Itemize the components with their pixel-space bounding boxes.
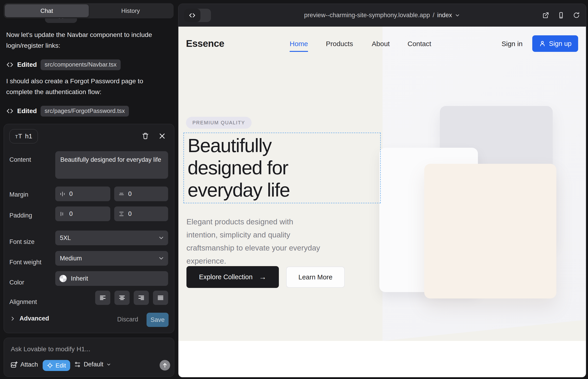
- font-size-select[interactable]: 5XL: [55, 231, 168, 245]
- color-swatch: [59, 275, 67, 282]
- file-chip[interactable]: src/components/Navbar.tsx: [41, 59, 121, 70]
- sign-up-button[interactable]: Sign up: [532, 35, 578, 52]
- padding-y-input[interactable]: 0: [114, 206, 168, 221]
- decor-card-cream: [424, 164, 556, 299]
- margin-x-icon: [59, 191, 66, 197]
- margin-y-icon: [118, 191, 124, 197]
- url-domain: preview--charming-site-symphony.lovable.…: [304, 12, 430, 19]
- send-arrow-icon: [162, 362, 168, 368]
- file-chip[interactable]: src/pages/ForgotPassword.tsx: [41, 106, 129, 117]
- element-tag-name: h1: [25, 133, 32, 140]
- explore-collection-button[interactable]: Explore Collection →: [186, 266, 279, 288]
- external-link-icon[interactable]: [542, 12, 549, 19]
- typography-icon: TT: [15, 133, 22, 140]
- tab-history[interactable]: History: [89, 4, 173, 17]
- premium-quality-badge: PREMIUM QUALITY: [186, 117, 252, 129]
- color-select[interactable]: Inherit: [55, 271, 168, 286]
- user-icon: [539, 40, 546, 47]
- chat-composer: Ask Lovable to modify H1... Attach Edit …: [4, 338, 174, 377]
- chat-message: Now let's update the Navbar component to…: [6, 29, 162, 51]
- edit-label: Edit: [56, 362, 66, 369]
- font-weight-select[interactable]: Medium: [55, 251, 168, 266]
- margin-x-input[interactable]: 0: [55, 187, 110, 201]
- chevron-down-icon: [106, 362, 111, 367]
- hero-section: Essence Home Products About Contact Sign…: [178, 27, 586, 341]
- chat-history-tabbar: Chat History: [4, 3, 174, 18]
- edited-label: Edited: [17, 107, 37, 115]
- code-icon: [189, 12, 196, 19]
- margin-y-input[interactable]: 0: [114, 187, 168, 201]
- alignment-label: Alignment: [9, 299, 37, 306]
- edited-file-row[interactable]: Edited src/components/Navbar.tsx: [6, 59, 121, 70]
- element-tag-pill[interactable]: TT h1: [9, 129, 38, 143]
- explore-collection-label: Explore Collection: [199, 273, 253, 281]
- content-label: Content: [9, 156, 31, 163]
- send-button[interactable]: [160, 360, 170, 371]
- preview-page: Essence Home Products About Contact Sign…: [178, 27, 586, 377]
- element-inspector-panel: TT h1 Content Beautifully designed for e…: [4, 124, 174, 333]
- margin-label: Margin: [9, 191, 29, 198]
- arrow-right-icon: →: [259, 273, 266, 281]
- attach-button[interactable]: Attach: [10, 361, 38, 368]
- url-page: index: [437, 12, 452, 19]
- padding-x-input[interactable]: 0: [55, 206, 110, 221]
- align-right-button[interactable]: [134, 291, 149, 305]
- learn-more-button[interactable]: Learn More: [286, 267, 345, 288]
- sign-in-link[interactable]: Sign in: [502, 40, 523, 48]
- align-center-icon: [118, 294, 126, 301]
- font-size-label: Font size: [9, 238, 35, 245]
- nav-link-contact[interactable]: Contact: [407, 40, 431, 48]
- site-logo[interactable]: Essence: [186, 38, 224, 49]
- content-textarea[interactable]: Beautifully designed for everyday life: [55, 151, 168, 179]
- hero-heading: Beautifully designed for everyday life: [184, 133, 380, 201]
- align-justify-button[interactable]: [153, 291, 168, 305]
- advanced-label: Advanced: [19, 315, 49, 322]
- app-root: Chat History Now let's update the Navbar…: [0, 0, 588, 379]
- padding-y-value: 0: [128, 210, 132, 218]
- nav-link-products[interactable]: Products: [326, 40, 353, 48]
- hero-diagonal-wedge: [383, 320, 586, 341]
- code-preview-toggle[interactable]: [184, 9, 211, 22]
- url-separator: /: [433, 12, 434, 19]
- url-breadcrumb[interactable]: preview--charming-site-symphony.lovable.…: [304, 4, 460, 27]
- font-size-value: 5XL: [60, 235, 71, 242]
- refresh-icon[interactable]: [573, 12, 580, 19]
- align-center-button[interactable]: [114, 291, 130, 305]
- margin-y-value: 0: [128, 190, 132, 198]
- composer-input[interactable]: Ask Lovable to modify H1...: [11, 345, 90, 353]
- edit-mode-button[interactable]: Edit: [43, 360, 70, 371]
- hero-heading-line: everyday life: [187, 179, 380, 201]
- sliders-icon: [74, 361, 81, 368]
- edited-file-row[interactable]: Edited src/pages/ForgotPassword.tsx: [6, 106, 129, 117]
- advanced-toggle[interactable]: Advanced: [10, 315, 49, 322]
- chevron-down-icon: [158, 235, 164, 241]
- selected-h1-outline[interactable]: Beautifully designed for everyday life: [184, 133, 381, 203]
- hero-heading-line: designed for: [187, 157, 380, 179]
- tab-chat[interactable]: Chat: [5, 4, 89, 17]
- trash-icon[interactable]: [141, 132, 149, 140]
- close-icon[interactable]: [158, 132, 166, 140]
- font-weight-value: Medium: [60, 255, 82, 262]
- padding-y-icon: [118, 211, 124, 217]
- color-label: Color: [9, 279, 24, 286]
- hero-heading-line: Beautifully: [187, 134, 380, 157]
- padding-x-icon: [59, 211, 66, 217]
- mobile-icon[interactable]: [557, 12, 565, 19]
- default-mode-dropdown[interactable]: Default: [74, 361, 111, 368]
- code-toggle-segment[interactable]: [184, 9, 201, 22]
- align-left-icon: [99, 294, 107, 301]
- hero-paragraph: Elegant products designed with intention…: [186, 215, 326, 268]
- align-justify-icon: [157, 294, 164, 301]
- code-icon: [6, 107, 14, 115]
- align-left-button[interactable]: [95, 291, 110, 305]
- edit-target-icon: [47, 362, 53, 369]
- padding-label: Padding: [9, 212, 32, 219]
- chrome-actions: [542, 4, 580, 27]
- save-button[interactable]: Save: [147, 313, 169, 327]
- color-value: Inherit: [71, 275, 88, 282]
- align-right-icon: [138, 294, 145, 301]
- nav-link-home[interactable]: Home: [290, 40, 308, 52]
- nav-link-about[interactable]: About: [372, 40, 390, 48]
- chevron-down-icon: [455, 13, 460, 18]
- discard-button[interactable]: Discard: [117, 316, 138, 323]
